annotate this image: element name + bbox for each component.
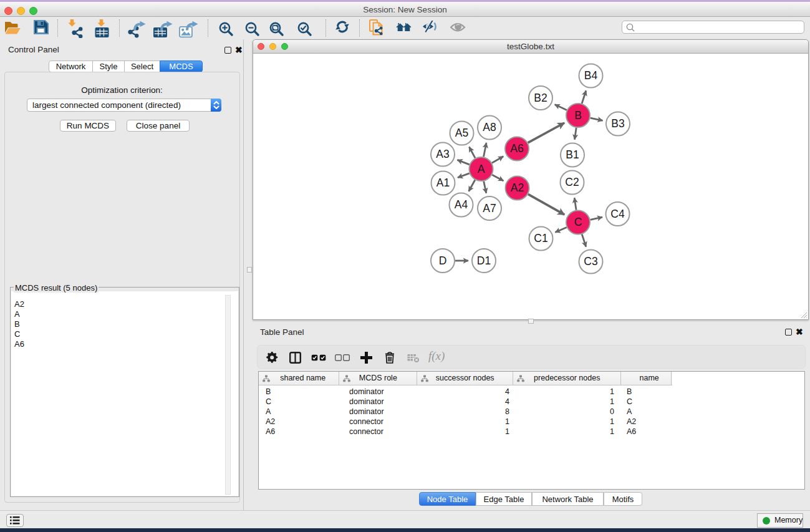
svg-text:A8: A8 (483, 121, 496, 133)
svg-text:C1: C1 (534, 232, 547, 244)
svg-text:A3: A3 (436, 148, 449, 160)
svg-text:C: C (574, 216, 582, 228)
svg-text:B3: B3 (611, 117, 624, 130)
svg-text:A2: A2 (511, 181, 524, 194)
svg-text:A: A (478, 163, 485, 175)
svg-text:C3: C3 (584, 255, 597, 268)
svg-text:A7: A7 (483, 202, 496, 215)
svg-text:C4: C4 (610, 208, 625, 220)
svg-text:A5: A5 (455, 127, 468, 139)
svg-text:B: B (574, 109, 582, 122)
svg-text:C2: C2 (565, 176, 579, 188)
svg-text:B4: B4 (584, 69, 598, 82)
svg-text:D: D (439, 254, 447, 267)
svg-text:D1: D1 (477, 254, 491, 267)
svg-text:B1: B1 (566, 148, 579, 161)
svg-text:B2: B2 (534, 92, 547, 104)
svg-text:A1: A1 (436, 177, 450, 189)
svg-text:A4: A4 (455, 198, 468, 211)
svg-text:A6: A6 (510, 142, 523, 155)
